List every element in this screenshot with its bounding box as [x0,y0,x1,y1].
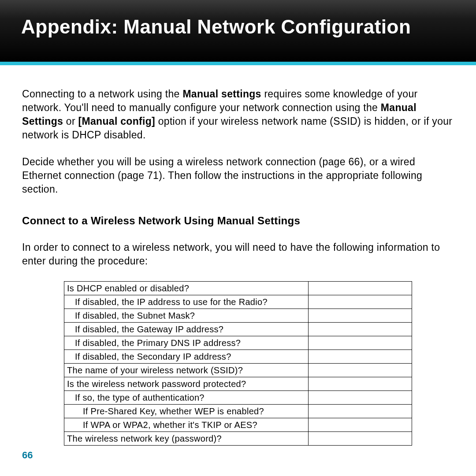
question-cell: If Pre-Shared Key, whether WEP is enable… [64,404,309,418]
table-row: If Pre-Shared Key, whether WEP is enable… [64,404,412,418]
question-cell: If disabled, the Secondary IP address? [64,350,309,363]
table-row: If WPA or WPA2, whether it's TKIP or AES… [64,418,412,431]
answer-cell [309,295,412,309]
text: or [63,115,78,127]
question-text: If disabled, the Secondary IP address? [67,351,305,362]
question-cell: The wireless network key (password)? [64,431,309,445]
info-table: Is DHCP enabled or disabled? If disabled… [64,281,412,446]
answer-cell [309,336,412,350]
question-cell: If disabled, the IP address to use for t… [64,295,309,309]
table-row: The name of your wireless network (SSID)… [64,363,412,377]
table-row: Is the wireless network password protect… [64,377,412,390]
intro-paragraph-1: Connecting to a network using the Manual… [22,87,454,142]
text: Connecting to a network using the [22,88,182,100]
question-cell: If disabled, the Primary DNS IP address? [64,336,309,350]
page-content: Connecting to a network using the Manual… [0,65,476,446]
answer-cell [309,322,412,336]
answer-cell [309,309,412,322]
question-text: The wireless network key (password)? [67,434,222,443]
section-intro: In order to connect to a wireless networ… [22,241,454,268]
answer-cell [309,363,412,377]
bold-text: [Manual config] [78,115,155,127]
question-text: If WPA or WPA2, whether it's TKIP or AES… [67,419,305,431]
question-cell: Is the wireless network password protect… [64,377,309,390]
question-text: If disabled, the Gateway IP address? [67,324,305,335]
question-cell: The name of your wireless network (SSID)… [64,363,309,377]
answer-cell [309,404,412,418]
table-row: If disabled, the Subnet Mask? [64,309,412,322]
table-row: If so, the type of authentication? [64,390,412,404]
question-cell: If so, the type of authentication? [64,390,309,404]
accent-line [0,62,476,65]
section-heading: Connect to a Wireless Network Using Manu… [22,214,454,228]
table-row: If disabled, the Gateway IP address? [64,322,412,336]
header-bar: Appendix: Manual Network Configuration [0,0,476,62]
page-number: 66 [22,450,33,461]
answer-cell [309,377,412,390]
question-text: The name of your wireless network (SSID)… [67,365,243,375]
table-row: If disabled, the Primary DNS IP address? [64,336,412,350]
answer-cell [309,390,412,404]
table-row: Is DHCP enabled or disabled? [64,281,412,295]
question-text: Is DHCP enabled or disabled? [67,283,189,293]
question-text: If so, the type of authentication? [67,392,305,403]
answer-cell [309,350,412,363]
question-text: If disabled, the Subnet Mask? [67,310,305,321]
bold-text: Manual settings [182,88,261,100]
question-text: If disabled, the Primary DNS IP address? [67,337,305,349]
question-cell: If disabled, the Subnet Mask? [64,309,309,322]
question-text: Is the wireless network password protect… [67,379,246,389]
table-row: The wireless network key (password)? [64,431,412,445]
question-cell: Is DHCP enabled or disabled? [64,281,309,295]
question-cell: If disabled, the Gateway IP address? [64,322,309,336]
answer-cell [309,281,412,295]
table-row: If disabled, the IP address to use for t… [64,295,412,309]
question-cell: If WPA or WPA2, whether it's TKIP or AES… [64,418,309,431]
intro-paragraph-2: Decide whether you will be using a wirel… [22,155,454,196]
info-table-body: Is DHCP enabled or disabled? If disabled… [64,281,412,445]
page-title: Appendix: Manual Network Configuration [21,16,455,38]
table-row: If disabled, the Secondary IP address? [64,350,412,363]
question-text: If Pre-Shared Key, whether WEP is enable… [67,405,305,417]
answer-cell [309,418,412,431]
question-text: If disabled, the IP address to use for t… [67,296,305,308]
answer-cell [309,431,412,445]
